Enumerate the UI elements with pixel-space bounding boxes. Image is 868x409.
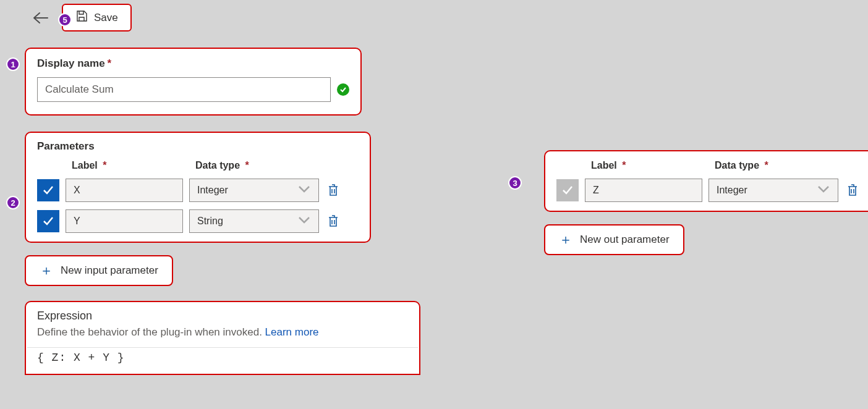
- chevron-down-icon: [297, 185, 311, 196]
- param-type-select[interactable]: Integer: [189, 179, 319, 202]
- param-checkbox[interactable]: [37, 210, 59, 232]
- back-arrow-icon[interactable]: [31, 9, 49, 27]
- out-param-label-input[interactable]: [585, 179, 702, 202]
- delete-out-param-icon[interactable]: [845, 183, 861, 197]
- chevron-down-icon: [817, 185, 830, 196]
- plus-icon: ＋: [40, 264, 53, 277]
- delete-param-icon[interactable]: [325, 214, 341, 228]
- annotation-1: 1: [6, 57, 20, 71]
- annotation-5: 5: [58, 13, 72, 27]
- display-name-title: Display name*: [37, 57, 349, 70]
- delete-param-icon[interactable]: [325, 183, 341, 197]
- input-parameters-section: 2 Parameters Label * Data type * Integer: [25, 132, 371, 243]
- param-label-input[interactable]: [66, 179, 183, 202]
- out-param-type-header: Data type *: [715, 160, 838, 171]
- new-input-parameter-button[interactable]: ＋ New input parameter: [25, 255, 173, 286]
- out-param-type-select[interactable]: Integer: [708, 179, 838, 202]
- param-row: Integer: [37, 179, 359, 202]
- parameters-title: Parameters: [37, 140, 359, 153]
- out-param-row: Integer: [556, 179, 868, 202]
- learn-more-link[interactable]: Learn more: [265, 326, 319, 338]
- out-param-label-header: Label *: [591, 160, 708, 171]
- param-label-input[interactable]: [66, 209, 183, 233]
- save-button-label: Save: [94, 12, 118, 24]
- display-name-section: 1 Display name*: [25, 48, 362, 116]
- param-checkbox[interactable]: [37, 179, 59, 201]
- annotation-3: 3: [508, 176, 522, 190]
- param-row: String: [37, 209, 359, 233]
- param-label-header: Label *: [72, 160, 189, 171]
- plus-icon: ＋: [559, 233, 572, 247]
- expression-code[interactable]: { Z: X + Y }: [27, 347, 418, 371]
- param-type-header: Data type *: [195, 160, 319, 171]
- display-name-input[interactable]: [37, 77, 331, 102]
- save-icon: [75, 10, 88, 25]
- new-input-label: New input parameter: [61, 264, 158, 277]
- param-type-select[interactable]: String: [189, 209, 319, 233]
- output-parameters-section: 3 Label * Data type * Integer: [544, 150, 868, 212]
- success-check-icon: [337, 83, 349, 96]
- expression-section: 4 Expression Define the behavior of the …: [25, 301, 420, 375]
- save-button[interactable]: Save: [62, 4, 132, 32]
- annotation-2: 2: [6, 196, 20, 209]
- expression-title: Expression: [37, 310, 408, 323]
- expression-subtitle: Define the behavior of the plug-in when …: [37, 326, 408, 339]
- out-param-checkbox[interactable]: [556, 179, 579, 201]
- new-out-parameter-button[interactable]: ＋ New out parameter: [544, 224, 684, 255]
- new-out-label: New out parameter: [580, 234, 670, 246]
- chevron-down-icon: [297, 216, 311, 227]
